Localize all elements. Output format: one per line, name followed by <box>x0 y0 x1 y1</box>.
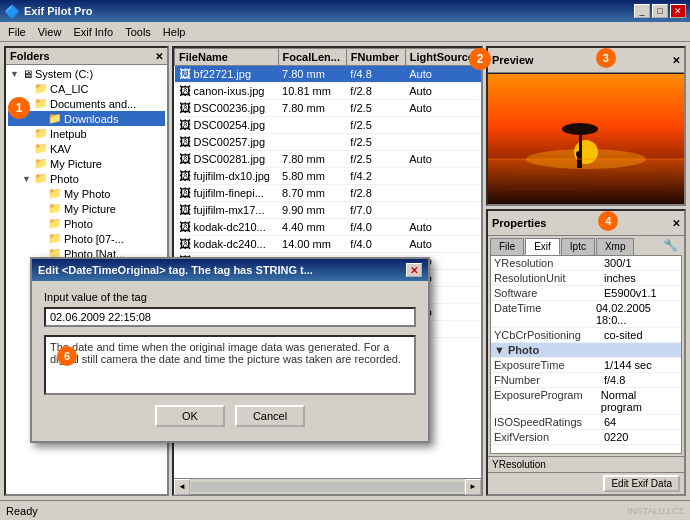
status-bar: Ready INSTALUJ.CZ <box>0 500 690 520</box>
cell-filename: 🖼 kodak-dc210... <box>175 219 279 236</box>
tree-item-photo07[interactable]: 📁 Photo [07-... <box>8 231 165 246</box>
title-bar: 🔷 Exif Pilot Pro _ □ ✕ <box>0 0 690 22</box>
table-row[interactable]: 🖼 DSC00281.jpg 7.80 mm f/2.5 Auto <box>175 151 481 168</box>
prop-value: Normal program <box>601 389 678 413</box>
cell-focal: 4.40 mm <box>278 219 346 236</box>
cell-light <box>405 134 480 151</box>
dialog-title-bar: Edit <DateTimeOriginal> tag. The tag has… <box>32 259 428 281</box>
preview-header: Preview 3 ✕ <box>488 48 684 73</box>
minimize-button[interactable]: _ <box>634 4 650 18</box>
prop-row[interactable]: DateTime 04.02.2005 18:0... <box>491 301 681 328</box>
cell-fnumber: f/2.5 <box>346 100 405 117</box>
properties-close-button[interactable]: ✕ <box>672 218 680 229</box>
cell-light: Auto <box>405 236 480 253</box>
dialog-ok-button[interactable]: OK <box>155 405 225 427</box>
table-row[interactable]: 🖼 DSC00236.jpg 7.80 mm f/2.5 Auto <box>175 100 481 117</box>
scroll-left-button[interactable]: ◄ <box>174 479 190 495</box>
menu-view[interactable]: View <box>32 24 68 40</box>
menu-help[interactable]: Help <box>157 24 192 40</box>
cell-focal <box>278 117 346 134</box>
maximize-button[interactable]: □ <box>652 4 668 18</box>
prop-row[interactable]: YResolution 300/1 <box>491 256 681 271</box>
properties-footer-label: YResolution <box>488 456 684 472</box>
cell-focal: 10.81 mm <box>278 83 346 100</box>
menu-file[interactable]: File <box>2 24 32 40</box>
table-row[interactable]: 🖼 fujifilm-dx10.jpg 5.80 mm f/4.2 <box>175 168 481 185</box>
scroll-right-button[interactable]: ► <box>465 479 481 495</box>
cell-filename: 🖼 DSC00236.jpg <box>175 100 279 117</box>
folder-icon: 📁 <box>34 82 48 95</box>
right-panel: Preview 3 ✕ <box>486 46 686 496</box>
tree-item-kav[interactable]: 📁 KAV <box>8 141 165 156</box>
properties-panel: Properties 4 ✕ File Exif Iptc Xmp 🔧 YRes… <box>486 209 686 496</box>
horizontal-scrollbar[interactable]: ◄ ► <box>174 478 481 494</box>
col-focal[interactable]: FocalLen... <box>278 49 346 66</box>
dialog-cancel-button[interactable]: Cancel <box>235 405 305 427</box>
tree-item-photo[interactable]: ▼ 📁 Photo <box>8 171 165 186</box>
table-row[interactable]: 🖼 DSC00257.jpg f/2.5 <box>175 134 481 151</box>
tree-item-mypicture[interactable]: 📁 My Picture <box>8 156 165 171</box>
cell-focal: 7.80 mm <box>278 100 346 117</box>
table-row[interactable]: 🖼 fujifilm-mx17... 9.90 mm f/7.0 <box>175 202 481 219</box>
tab-xmp[interactable]: Xmp <box>596 238 635 255</box>
menu-exif-info[interactable]: Exif Info <box>67 24 119 40</box>
folder-icon: 📁 <box>48 187 62 200</box>
edit-exif-button[interactable]: Edit Exif Data <box>603 475 680 492</box>
tab-exif[interactable]: Exif <box>525 238 560 255</box>
tree-item-inetpub[interactable]: 📁 Inetpub <box>8 126 165 141</box>
expand-icon: ▼ <box>10 69 20 79</box>
folder-icon-system: 🖥 <box>22 68 33 80</box>
close-button[interactable]: ✕ <box>670 4 686 18</box>
prop-value: co-sited <box>604 329 643 341</box>
table-row[interactable]: 🖼 fujifilm-finepi... 8.70 mm f/2.8 <box>175 185 481 202</box>
watermark: INSTALUJ.CZ <box>628 506 684 516</box>
prop-row[interactable]: ExposureProgram Normal program <box>491 388 681 415</box>
cell-fnumber: f/4.2 <box>346 168 405 185</box>
prop-row[interactable]: ISOSpeedRatings 64 <box>491 415 681 430</box>
prop-row[interactable]: ExposureTime 1/144 sec <box>491 358 681 373</box>
tree-item-downloads[interactable]: 📁 Downloads <box>8 111 165 126</box>
prop-row[interactable]: ResolutionUnit inches <box>491 271 681 286</box>
dialog-title-text: Edit <DateTimeOriginal> tag. The tag has… <box>38 264 313 276</box>
prop-row[interactable]: Software E5900v1.1 <box>491 286 681 301</box>
cell-fnumber: f/4.0 <box>346 219 405 236</box>
prop-row[interactable]: YCbCrPositioning co-sited <box>491 328 681 343</box>
folders-close-button[interactable]: ✕ <box>155 51 163 62</box>
col-fnumber[interactable]: FNumber <box>346 49 405 66</box>
table-row[interactable]: 🖼 canon-ixus.jpg 10.81 mm f/2.8 Auto <box>175 83 481 100</box>
col-filename[interactable]: FileName <box>175 49 279 66</box>
properties-icon[interactable]: 🔧 <box>663 238 678 255</box>
cell-fnumber: f/2.8 <box>346 185 405 202</box>
tree-item-system[interactable]: ▼ 🖥 System (C:) <box>8 67 165 81</box>
tree-item-photo2[interactable]: 📁 Photo <box>8 216 165 231</box>
annotation-6: 6 <box>57 346 77 366</box>
prop-value: 1/144 sec <box>604 359 652 371</box>
prop-row[interactable]: FNumber f/4.8 <box>491 373 681 388</box>
cell-light <box>405 185 480 202</box>
tree-item-mypicture2[interactable]: 📁 My Picture <box>8 201 165 216</box>
prop-name: Software <box>494 287 604 299</box>
prop-value: 0220 <box>604 431 628 443</box>
annotation-3: 3 <box>596 48 616 68</box>
edit-dialog[interactable]: Edit <DateTimeOriginal> tag. The tag has… <box>30 257 430 443</box>
tab-file[interactable]: File <box>490 238 524 255</box>
table-row[interactable]: 🖼 DSC00254.jpg f/2.5 <box>175 117 481 134</box>
prop-value: E5900v1.1 <box>604 287 657 299</box>
tree-item-calic[interactable]: 📁 CA_LIC <box>8 81 165 96</box>
cell-filename: 🖼 DSC00281.jpg <box>175 151 279 168</box>
tree-item-myphoto[interactable]: 📁 My Photo <box>8 186 165 201</box>
table-row[interactable]: 🖼 kodak-dc240... 14.00 mm f/4.0 Auto <box>175 236 481 253</box>
dialog-buttons: OK Cancel <box>44 405 416 431</box>
scroll-track[interactable] <box>191 482 464 492</box>
table-row[interactable]: 🖼 kodak-dc210... 4.40 mm f/4.0 Auto <box>175 219 481 236</box>
tab-iptc[interactable]: Iptc <box>561 238 595 255</box>
tree-item-documents[interactable]: ▼ 📁 Documents and... <box>8 96 165 111</box>
prop-row[interactable]: ExifVersion 0220 <box>491 430 681 445</box>
dialog-tag-input[interactable] <box>44 307 416 327</box>
dialog-close-button[interactable]: ✕ <box>406 263 422 277</box>
svg-rect-6 <box>577 156 582 168</box>
menu-tools[interactable]: Tools <box>119 24 157 40</box>
table-row[interactable]: 🖼 bf22721.jpg 7.80 mm f/4.8 Auto <box>175 66 481 83</box>
folder-icon: 📁 <box>34 97 48 110</box>
preview-close-button[interactable]: ✕ <box>672 55 680 66</box>
